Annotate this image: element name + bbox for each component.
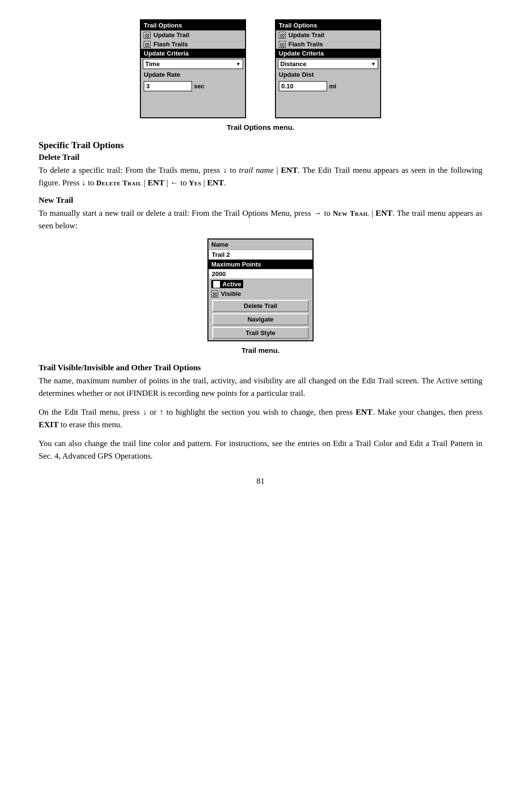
criteria-dropdown-left[interactable]: Time ▼	[143, 59, 243, 69]
update-trail-checkbox-left[interactable]: ☒	[144, 32, 151, 39]
dist-input-row-right: 0.10 mi	[276, 79, 380, 93]
dist-unit-right: mi	[329, 83, 336, 90]
tm-delete-trail-button[interactable]: Delete Trail	[212, 300, 309, 312]
flash-trails-checkbox-right[interactable]: ☒	[279, 41, 286, 48]
delete-trail-text: To delete a specific trail: From the Tra…	[39, 164, 482, 189]
update-trail-row-left: ☒ Update Trail	[141, 30, 245, 40]
delete-trail-subtitle: Delete Trail	[39, 153, 482, 162]
dropdown-arrow-left: ▼	[236, 61, 241, 67]
tm-visible-checkbox[interactable]: ☒	[211, 291, 218, 297]
tm-name-value[interactable]: Trail 2	[208, 250, 313, 260]
specific-trail-options-title: Specific Trail Options	[39, 140, 482, 151]
trail-visible-para3: You can also change the trail line color…	[39, 437, 482, 462]
criteria-value-right: Distance	[280, 60, 306, 68]
tm-name-label: Name	[208, 239, 313, 250]
trail-menu-caption: Trail menu.	[39, 346, 482, 354]
tm-active-highlight[interactable]: ☒ Active	[211, 280, 243, 288]
rate-unit-left: sec	[194, 83, 205, 90]
trail-visible-section: Trail Visible/Invisible and Other Trail …	[39, 363, 482, 462]
trail-menu-wrap: Name Trail 2 Maximum Points 2000 ☒ Activ…	[39, 238, 482, 341]
new-trail-subtitle: New Trail	[39, 196, 482, 205]
new-trail-text: To manually start a new trail or delete …	[39, 207, 482, 232]
dialog-spacer-right	[276, 93, 380, 117]
update-trail-label-right: Update Trail	[288, 31, 324, 39]
flash-trails-label-right: Flash Trails	[288, 41, 323, 48]
tm-trail-style-button[interactable]: Trail Style	[212, 327, 309, 339]
tm-visible-row: ☒ Visible	[208, 289, 313, 298]
trail-visible-para1: The name, maximum number of points in th…	[39, 375, 482, 399]
tm-active-label: Active	[222, 280, 241, 288]
update-criteria-header-right: Update Criteria	[276, 49, 380, 58]
page-number: 81	[39, 476, 482, 486]
trail-options-dialog-right: Trail Options ☒ Update Trail ☒ Flash Tra…	[275, 19, 381, 118]
trail-visible-subtitle: Trail Visible/Invisible and Other Trail …	[39, 363, 482, 373]
tm-active-checkbox[interactable]: ☒	[213, 281, 220, 288]
specific-trail-options-section: Specific Trail Options Delete Trail To d…	[39, 140, 482, 232]
criteria-dropdown-right[interactable]: Distance ▼	[278, 59, 378, 69]
tm-active-row: ☒ Active	[208, 279, 313, 289]
tm-visible-label: Visible	[221, 290, 241, 297]
update-trail-label-left: Update Trail	[153, 31, 189, 39]
trail-menu-dialog: Name Trail 2 Maximum Points 2000 ☒ Activ…	[207, 238, 314, 341]
flash-trails-label-left: Flash Trails	[153, 41, 188, 48]
trail-visible-para2: On the Edit Trail menu, press ↓ or ↑ to …	[39, 406, 482, 431]
tm-max-points-value[interactable]: 2000	[208, 269, 313, 279]
flash-trails-checkbox-left[interactable]: ☒	[144, 41, 151, 48]
criteria-value-left: Time	[145, 60, 160, 68]
dialog-title-left: Trail Options	[141, 20, 245, 30]
dialog-title-right: Trail Options	[276, 20, 380, 30]
update-trail-row-right: ☒ Update Trail	[276, 30, 380, 40]
flash-trails-row-right: ☒ Flash Trails	[276, 40, 380, 49]
update-trail-checkbox-right[interactable]: ☒	[279, 32, 286, 39]
update-rate-header-left: Update Rate	[141, 70, 245, 79]
rate-input-row-left: 3 sec	[141, 79, 245, 93]
trail-options-dialog-left: Trail Options ☒ Update Trail ☒ Flash Tra…	[140, 19, 246, 118]
dialog-spacer-left	[141, 93, 245, 117]
tm-navigate-button[interactable]: Navigate	[212, 313, 309, 325]
update-criteria-header-left: Update Criteria	[141, 49, 245, 58]
dropdown-arrow-right: ▼	[371, 61, 376, 67]
trail-options-caption: Trail Options menu.	[39, 123, 482, 131]
rate-value-left[interactable]: 3	[144, 81, 192, 91]
dist-value-right[interactable]: 0.10	[279, 81, 327, 91]
update-dist-header-right: Update Dist	[276, 70, 380, 79]
trail-options-dialogs: Trail Options ☒ Update Trail ☒ Flash Tra…	[39, 19, 482, 118]
tm-max-points-label: Maximum Points	[208, 260, 313, 269]
flash-trails-row-left: ☒ Flash Trails	[141, 40, 245, 49]
